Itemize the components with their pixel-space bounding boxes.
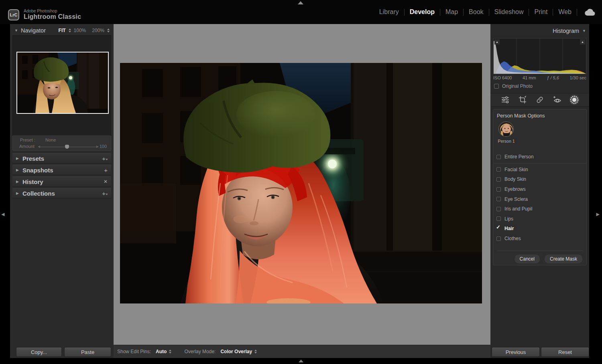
histogram-header[interactable]: Histogram ▼ xyxy=(490,26,589,36)
exif-aperture: ƒ / 5,6 xyxy=(547,75,559,80)
amount-slider-knob[interactable] xyxy=(65,145,69,149)
section-presets[interactable]: ▶ Presets +▾ xyxy=(12,153,111,164)
module-print[interactable]: Print xyxy=(534,8,547,16)
paste-button[interactable]: Paste xyxy=(64,347,111,357)
navigator-title: Navigator xyxy=(21,27,46,34)
option-clothes[interactable]: Clothes xyxy=(493,234,587,244)
section-label: Snapshots xyxy=(22,167,53,174)
navigator-thumbnail[interactable] xyxy=(16,52,109,114)
add-preset-button[interactable]: +▾ xyxy=(102,155,108,162)
canvas-toolbar: Show Edit Pins: Auto Overlay Mode: Color… xyxy=(114,345,490,358)
exif-iso: ISO 6400 xyxy=(493,75,512,80)
checkbox[interactable] xyxy=(496,177,501,182)
module-slideshow[interactable]: Slideshow xyxy=(494,8,524,16)
option-body-skin[interactable]: Body Skin xyxy=(493,174,587,184)
module-map[interactable]: Map xyxy=(445,8,458,16)
option-hair[interactable]: ✓ Hair xyxy=(493,224,587,234)
clear-history-button[interactable]: ✕ xyxy=(104,179,108,184)
show-edit-pins-stepper-icon[interactable] xyxy=(169,350,171,354)
expand-icon: ▶ xyxy=(16,156,19,160)
amount-value: 100 xyxy=(100,144,107,149)
checkbox[interactable] xyxy=(496,155,501,159)
person-mask-options-panel: Person Mask Options Person 1 Entire xyxy=(493,109,587,265)
brand-text: Adobe Photoshop Lightroom Classic xyxy=(24,8,81,20)
option-eyebrows[interactable]: Eyebrows xyxy=(493,184,587,194)
module-book[interactable]: Book xyxy=(469,8,483,16)
amount-slider[interactable] xyxy=(40,147,96,147)
add-snapshot-button[interactable]: + xyxy=(104,167,108,174)
navigator-zoom-controls: FIT 100% 200% xyxy=(59,28,110,33)
person-avatar[interactable] xyxy=(498,121,514,137)
section-label: History xyxy=(22,178,43,185)
module-separator xyxy=(463,9,464,16)
left-gutter: ◀ xyxy=(0,24,10,358)
red-eye-tool-icon[interactable] xyxy=(552,95,562,105)
crop-tool-icon[interactable] xyxy=(517,95,528,105)
right-gutter: ▶ xyxy=(589,24,602,358)
navigator-preview-area xyxy=(12,35,111,144)
left-panel-collapse-arrow[interactable]: ◀ xyxy=(1,212,4,217)
original-photo-row[interactable]: Original Photo xyxy=(494,83,533,89)
checkbox-checked[interactable]: ✓ xyxy=(496,226,501,231)
zoom-200-button[interactable]: 200% xyxy=(92,28,104,33)
navigator-header[interactable]: ▼ Navigator FIT 100% 200% xyxy=(10,26,114,35)
zoom-fit-stepper-icon[interactable] xyxy=(69,28,71,32)
section-label: Collections xyxy=(22,190,55,197)
check-icon: ✓ xyxy=(496,224,500,230)
navigator-collapse-icon: ▼ xyxy=(14,28,18,32)
previous-button[interactable]: Previous xyxy=(492,347,540,357)
module-develop[interactable]: Develop xyxy=(410,8,435,16)
histogram-title: Histogram xyxy=(553,28,579,34)
original-photo-label: Original Photo xyxy=(502,83,533,89)
zoom-100-button[interactable]: 100% xyxy=(74,28,86,33)
edit-sliders-icon[interactable] xyxy=(500,95,510,105)
option-eye-sclera[interactable]: Eye Sclera xyxy=(493,194,587,204)
cancel-button[interactable]: Cancel xyxy=(515,255,540,263)
option-entire-person[interactable]: Entire Person xyxy=(493,152,587,162)
option-iris-and-pupil[interactable]: Iris and Pupil xyxy=(493,204,587,214)
checkbox[interactable] xyxy=(496,207,501,211)
overlay-mode-label: Overlay Mode: xyxy=(184,349,216,354)
checkbox[interactable] xyxy=(496,197,501,201)
zoom-fit-button[interactable]: FIT xyxy=(59,28,66,33)
module-web[interactable]: Web xyxy=(558,8,571,16)
tool-strip xyxy=(490,93,589,107)
right-panel: Histogram ▼ ▲ ▲ ISO 6400 41 mm ƒ / 5,6 1… xyxy=(490,24,589,358)
add-collection-button[interactable]: +▾ xyxy=(102,190,108,197)
original-photo-checkbox[interactable] xyxy=(494,84,499,89)
healing-tool-icon[interactable] xyxy=(535,95,545,105)
cloud-sync-icon[interactable] xyxy=(585,8,596,16)
show-edit-pins-dropdown[interactable]: Auto xyxy=(156,349,167,354)
overlay-mode-stepper-icon[interactable] xyxy=(254,350,257,354)
highlight-clipping-indicator[interactable]: ▲ xyxy=(580,39,585,44)
option-facial-skin[interactable]: Facial Skin xyxy=(493,165,587,175)
expand-icon: ▶ xyxy=(16,168,19,172)
zoom-level-stepper-icon[interactable] xyxy=(107,28,110,32)
overlay-mode-dropdown[interactable]: Color Overlay xyxy=(220,349,252,354)
expand-icon: ▶ xyxy=(16,180,19,184)
right-panel-expand-arrow[interactable]: ▶ xyxy=(596,212,600,217)
checkbox[interactable] xyxy=(496,237,501,241)
show-edit-pins-label: Show Edit Pins: xyxy=(117,349,151,354)
checkbox[interactable] xyxy=(496,187,501,192)
copy-button[interactable]: Copy... xyxy=(16,347,62,357)
checkbox[interactable] xyxy=(496,167,501,172)
masking-tool-icon[interactable] xyxy=(569,95,580,105)
option-lips[interactable]: Lips xyxy=(493,214,587,224)
module-separator xyxy=(404,9,405,16)
section-collections[interactable]: ▶ Collections +▾ xyxy=(12,188,111,198)
section-snapshots[interactable]: ▶ Snapshots + xyxy=(12,165,111,175)
checkbox[interactable] xyxy=(496,216,501,221)
create-mask-button[interactable]: Create Mask xyxy=(545,255,582,263)
person-label: Person 1 xyxy=(493,139,519,144)
section-history[interactable]: ▶ History ✕ xyxy=(12,176,111,187)
top-panel-collapse-arrow[interactable] xyxy=(298,1,303,4)
histogram[interactable]: ▲ ▲ xyxy=(493,38,586,74)
module-separator xyxy=(577,9,577,16)
module-separator xyxy=(440,9,440,16)
bottom-panel-collapse-arrow[interactable] xyxy=(299,360,303,362)
photo-with-hair-mask-overlay[interactable] xyxy=(120,63,482,303)
shadow-clipping-indicator[interactable]: ▲ xyxy=(494,39,500,44)
module-library[interactable]: Library xyxy=(379,8,399,16)
reset-button[interactable]: Reset xyxy=(541,347,589,357)
